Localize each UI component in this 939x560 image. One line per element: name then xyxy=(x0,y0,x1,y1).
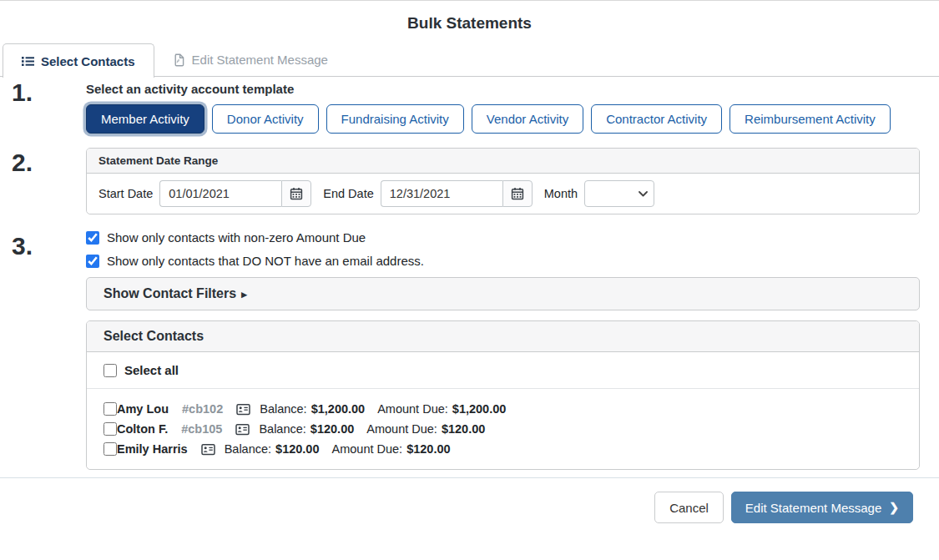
calendar-icon xyxy=(511,187,524,200)
select-contacts-title: Select Contacts xyxy=(87,321,919,352)
nonzero-amount-due-row: Show only contacts with non-zero Amount … xyxy=(86,230,920,245)
cancel-button[interactable]: Cancel xyxy=(654,492,724,523)
start-date-input[interactable] xyxy=(159,180,281,207)
show-contact-filters-toggle[interactable]: Show Contact Filters▸ xyxy=(86,277,920,310)
contact-row: Colton F. #cb105 Balance: $120.00 Amount… xyxy=(103,419,902,439)
step-number-3: 3. xyxy=(12,234,33,259)
contact-name: Amy Lou xyxy=(117,402,169,416)
page-title: Bulk Statements xyxy=(0,14,939,33)
end-date-label: End Date xyxy=(323,187,373,200)
start-date-label: Start Date xyxy=(98,187,153,200)
nonzero-amount-due-checkbox[interactable] xyxy=(86,231,99,245)
amount-due-value: $120.00 xyxy=(442,422,485,436)
donor-activity-button[interactable]: Donor Activity xyxy=(212,104,319,134)
contact-id: #cb105 xyxy=(181,422,222,436)
tab-bar: Select Contacts Edit Statement Message xyxy=(0,43,939,77)
top-divider xyxy=(0,0,939,1)
pdf-file-icon xyxy=(173,53,185,67)
select-contacts-panel: Select Contacts Select all Amy Lou #cb10… xyxy=(86,320,920,470)
tab-edit-statement-message[interactable]: Edit Statement Message xyxy=(154,43,346,76)
address-card-icon xyxy=(201,443,215,456)
tab-edit-statement-message-label: Edit Statement Message xyxy=(192,53,328,67)
tab-select-contacts[interactable]: Select Contacts xyxy=(3,43,154,78)
template-button-row: Member Activity Donor Activity Fundraisi… xyxy=(86,104,920,134)
address-card-icon xyxy=(236,403,250,416)
contact-name: Colton F. xyxy=(117,422,168,436)
template-section-heading: Select an activity account template xyxy=(86,82,920,96)
no-email-label: Show only contacts that DO NOT have an e… xyxy=(107,254,424,268)
balance-label: Balance: xyxy=(259,422,305,436)
select-all-label: Select all xyxy=(124,363,179,377)
edit-statement-message-button[interactable]: Edit Statement Message ❯ xyxy=(731,492,913,523)
member-activity-button[interactable]: Member Activity xyxy=(86,104,204,134)
end-date-group xyxy=(381,180,533,207)
select-all-checkbox[interactable] xyxy=(103,364,117,377)
reimbursement-activity-button[interactable]: Reimbursement Activity xyxy=(729,104,891,134)
amount-due-label: Amount Due: xyxy=(377,402,448,416)
contact-name: Emily Harris xyxy=(117,442,188,456)
chevron-right-icon: ❯ xyxy=(889,502,899,513)
address-card-icon xyxy=(235,423,250,436)
start-date-group xyxy=(159,180,311,207)
statement-date-range-body: Start Date End Date xyxy=(87,174,919,214)
no-email-row: Show only contacts that DO NOT have an e… xyxy=(86,254,920,268)
balance-value: $120.00 xyxy=(310,422,354,436)
step-number-2: 2. xyxy=(12,150,33,175)
start-date-calendar-button[interactable] xyxy=(281,180,311,207)
tab-content: 1. 2. 3. Select an activity account temp… xyxy=(0,77,939,470)
caret-right-icon: ▸ xyxy=(241,288,247,300)
tab-select-contacts-label: Select Contacts xyxy=(41,54,135,68)
contact-checkbox[interactable] xyxy=(103,442,117,456)
filter-checkboxes: Show only contacts with non-zero Amount … xyxy=(86,230,920,268)
vendor-activity-button[interactable]: Vendor Activity xyxy=(472,104,583,134)
contact-row: Amy Lou #cb102 Balance: $1,200.00 Amount… xyxy=(103,399,902,419)
amount-due-value: $1,200.00 xyxy=(452,402,507,416)
amount-due-value: $120.00 xyxy=(406,442,450,456)
fundraising-activity-button[interactable]: Fundraising Activity xyxy=(326,104,464,134)
contact-checkbox[interactable] xyxy=(103,422,117,436)
end-date-calendar-button[interactable] xyxy=(502,180,533,207)
balance-value: $120.00 xyxy=(275,442,319,456)
contractor-activity-button[interactable]: Contractor Activity xyxy=(591,104,722,134)
contact-checkbox[interactable] xyxy=(103,402,117,416)
footer-actions: Cancel Edit Statement Message ❯ xyxy=(0,478,939,523)
select-all-row: Select all xyxy=(87,352,919,389)
contacts-list: Amy Lou #cb102 Balance: $1,200.00 Amount… xyxy=(87,389,919,469)
balance-label: Balance: xyxy=(260,402,306,416)
statement-date-range-title: Statement Date Range xyxy=(87,149,919,174)
no-email-checkbox[interactable] xyxy=(86,255,99,268)
balance-value: $1,200.00 xyxy=(311,402,366,416)
month-select[interactable] xyxy=(585,181,654,206)
balance-label: Balance: xyxy=(225,442,271,456)
end-date-input[interactable] xyxy=(381,180,502,207)
amount-due-label: Amount Due: xyxy=(332,442,403,456)
contact-id: #cb102 xyxy=(182,402,223,416)
nonzero-amount-due-label: Show only contacts with non-zero Amount … xyxy=(107,230,366,245)
step-number-1: 1. xyxy=(12,80,33,105)
list-icon xyxy=(22,55,34,68)
month-label: Month xyxy=(544,187,578,200)
amount-due-label: Amount Due: xyxy=(366,422,437,436)
calendar-icon xyxy=(290,187,303,200)
edit-statement-message-button-label: Edit Statement Message xyxy=(745,501,881,515)
contact-row: Emily Harris Balance: $120.00 Amount Due… xyxy=(103,439,902,459)
statement-date-range-panel: Statement Date Range Start Date xyxy=(86,148,920,214)
show-contact-filters-label: Show Contact Filters xyxy=(103,286,236,300)
month-select-wrap xyxy=(584,180,654,207)
